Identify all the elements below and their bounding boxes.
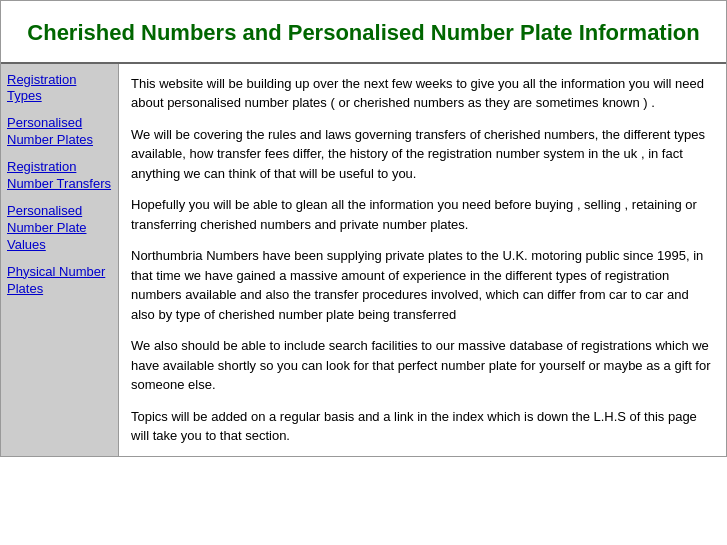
- paragraph-3: Hopefully you will be able to glean all …: [131, 195, 714, 234]
- sidebar-link-registration-number-transfers[interactable]: Registration Number Transfers: [7, 159, 112, 193]
- sidebar: Registration TypesPersonalised Number Pl…: [1, 64, 119, 456]
- paragraph-2: We will be covering the rules and laws g…: [131, 125, 714, 184]
- page-header: Cherished Numbers and Personalised Numbe…: [1, 1, 726, 64]
- paragraph-5: We also should be able to include search…: [131, 336, 714, 395]
- main-content: This website will be building up over th…: [119, 64, 726, 456]
- sidebar-link-physical-number-plates[interactable]: Physical Number Plates: [7, 264, 112, 298]
- paragraph-1: This website will be building up over th…: [131, 74, 714, 113]
- paragraph-6: Topics will be added on a regular basis …: [131, 407, 714, 446]
- content-area: Registration TypesPersonalised Number Pl…: [1, 64, 726, 456]
- page-wrapper: Cherished Numbers and Personalised Numbe…: [0, 0, 727, 457]
- sidebar-link-personalised-number-plates[interactable]: Personalised Number Plates: [7, 115, 112, 149]
- paragraph-4: Northumbria Numbers have been supplying …: [131, 246, 714, 324]
- sidebar-link-personalised-number-plate-values[interactable]: Personalised Number Plate Values: [7, 203, 112, 254]
- sidebar-link-registration-types[interactable]: Registration Types: [7, 72, 112, 106]
- page-title: Cherished Numbers and Personalised Numbe…: [21, 19, 706, 48]
